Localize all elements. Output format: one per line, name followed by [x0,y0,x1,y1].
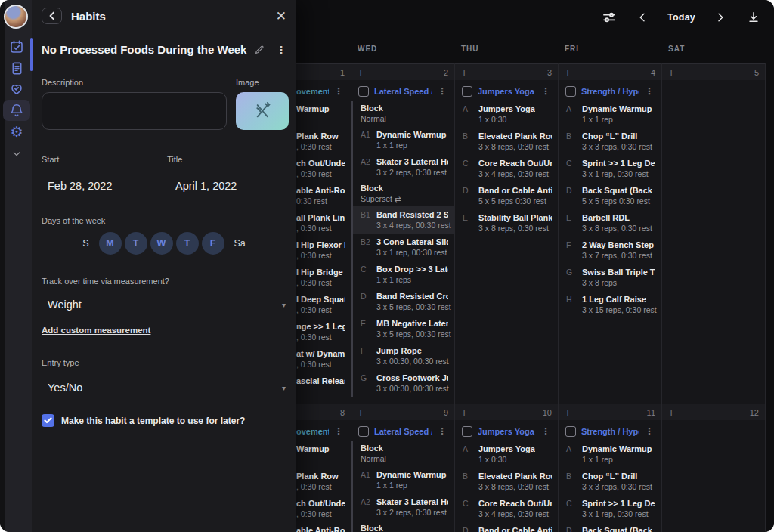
scrollbar-thumb[interactable] [30,38,33,71]
workout-checkbox[interactable] [462,86,472,97]
add-entry-button[interactable]: + [358,407,364,418]
exercise-row[interactable]: AJumpers Yoga1 x 0:30 [455,101,558,128]
workout-checkbox[interactable] [565,86,576,97]
exercise-list: AJumpers Yoga1 x 0:30BElevated Plank Row… [455,101,558,237]
workout-menu-icon[interactable]: ⋮ [645,427,654,436]
measurement-select-value: Weight [48,298,82,311]
day-chip-W[interactable]: W [150,232,173,255]
exercise-row[interactable]: CBox Drop >> 3 Lateral H...1 x 1 reps [353,261,454,288]
exercise-row[interactable]: GSwiss Ball Triple Threat3 x 8 reps [559,264,661,291]
workout-title[interactable]: ovement Q... [296,427,329,436]
exercise-row[interactable]: CCore Reach Out/Under3 x 4 reps, 0:30 re… [455,155,558,182]
filter-sliders-icon[interactable] [601,9,618,26]
day-chip-T[interactable]: T [176,232,199,255]
close-icon[interactable]: ✕ [276,10,286,23]
exercise-row[interactable]: BChop “L” Drill3 x 3 reps, 0:30 rest [559,468,661,495]
add-entry-button[interactable]: + [358,67,364,78]
workout-title[interactable]: Strength / Hypertro... [581,427,639,436]
entry-type-select[interactable]: Yes/No ▾ [48,382,286,394]
add-entry-button[interactable]: + [461,407,467,418]
exercise-row[interactable]: CSprint >> 1 Leg Declarations3 x 1 rep, … [559,495,661,522]
workout-checkbox[interactable] [358,86,369,97]
exercise-row[interactable]: CSprint >> 1 Leg Declarations3 x 1 rep, … [559,155,661,182]
day-chip-F[interactable]: F [202,232,224,255]
exercise-row[interactable]: A2Skater 3 Lateral Hops >> ...3 x 2 reps… [353,493,454,521]
sidebar-item-health[interactable] [3,79,30,100]
sidebar-item-notes[interactable] [3,57,30,79]
add-entry-button[interactable]: + [565,67,571,78]
workout-menu-icon[interactable]: ⋮ [334,427,343,436]
exercise-row[interactable]: B23 Cone Lateral Slide3 x 1 rep, 00:30 r… [353,234,454,261]
workout-menu-icon[interactable]: ⋮ [541,427,550,436]
start-date-value[interactable]: Feb 28, 2022 [48,180,112,192]
exercise-row[interactable]: GCross Footwork Jump Rope3 x 00:30, 00:3… [353,370,454,397]
workout-menu-icon[interactable]: ⋮ [541,87,550,96]
exercise-row[interactable]: BChop “L” Drill3 x 3 reps, 0:30 rest [559,128,661,155]
exercise-row[interactable]: A1Dynamic Warmup1 x 1 rep [353,466,454,493]
today-button[interactable]: Today [667,12,695,23]
exercise-row[interactable]: F2 Way Bench Step Up3 x 7 reps, 0:30 res… [559,237,661,264]
exercise-row[interactable]: A1Dynamic Warmup1 x 1 rep [353,126,454,153]
template-checkbox[interactable] [42,414,54,427]
end-date-value[interactable]: April 1, 2022 [175,180,237,192]
workout-title[interactable]: ovement Q... [296,87,329,96]
workout-checkbox[interactable] [462,426,472,437]
exercise-row[interactable]: BElevated Plank Row3 x 8 reps, 0:30 rest [455,128,558,155]
day-chip-S[interactable]: S [82,238,88,249]
exercise-detail: 3 x 5 reps, 00:30 rest [376,329,448,340]
exercise-row[interactable]: DBand or Cable Anti Rotati...5 x 5 reps … [455,522,558,532]
description-input[interactable] [42,92,227,130]
exercise-main: ch Out/Under, 0:30 rest [296,158,345,180]
day-chip-T[interactable]: T [125,232,147,255]
workout-menu-icon[interactable]: ⋮ [645,87,654,96]
workout-menu-icon[interactable]: ⋮ [334,87,343,96]
exercise-row[interactable]: EStability Ball Plank Linear ...3 x 8 re… [455,209,558,237]
exercise-row[interactable]: DBand Resisted Crossover...3 x 5 reps, 0… [353,288,454,315]
add-entry-button[interactable]: + [668,67,674,78]
exercise-row[interactable]: ADynamic Warmup1 x 1 rep [559,101,661,128]
exercise-row[interactable]: EBarbell RDL3 x 8 reps, 0:30 rest [559,209,661,237]
download-icon[interactable] [745,9,762,26]
exercise-row[interactable]: EMB Negative Lateral Hop...3 x 5 reps, 0… [353,315,454,342]
day-chip-M[interactable]: M [99,232,122,255]
workout-title[interactable]: Jumpers Yoga / Core [478,427,536,436]
sidebar-item-calendar[interactable] [3,36,30,57]
exercise-row[interactable]: B1Band Resisted 2 Step Late...3 x 4 reps… [353,206,454,234]
exercise-row[interactable]: DBack Squat (Back Off Set)5 x 5 reps 0:3… [559,182,661,209]
sidebar-item-settings[interactable]: ⚙ [3,121,30,142]
workout-title[interactable]: Lateral Speed / Plyo [374,87,432,96]
workout-title[interactable]: Strength / Hypertro... [581,87,639,96]
exercise-row[interactable]: H1 Leg Calf Raise3 x 15 reps, 0:30 rest [559,291,661,318]
prev-week-button[interactable] [634,9,651,26]
add-entry-button[interactable]: + [668,407,674,418]
edit-pencil-icon[interactable] [254,44,265,55]
workout-title[interactable]: Lateral Speed / Plyo [374,427,432,436]
avatar[interactable] [4,5,28,29]
habit-menu-icon[interactable]: ⋮ [276,44,286,56]
next-week-button[interactable] [712,9,729,26]
workout-checkbox[interactable] [358,426,369,437]
workout-checkbox[interactable] [565,426,576,437]
day-number: 1 [340,68,345,77]
workout-menu-icon[interactable]: ⋮ [438,87,447,96]
add-custom-measurement-link[interactable]: Add custom measurement [42,326,150,335]
workout-menu-icon[interactable]: ⋮ [438,427,447,436]
day-chip-Sa[interactable]: Sa [234,238,246,249]
exercise-row[interactable]: BElevated Plank Row3 x 8 reps, 0:30 rest [455,468,558,495]
sidebar-expand-button[interactable] [3,144,30,165]
exercise-row[interactable]: CCore Reach Out/Under3 x 4 reps, 0:30 re… [455,495,558,522]
exercise-row[interactable]: FJump Rope3 x 00:30, 00:30 rest [353,342,454,370]
exercise-label: A1 [361,129,376,151]
back-button[interactable] [42,8,62,24]
exercise-row[interactable]: DBand or Cable Anti Rotati...5 x 5 reps … [455,182,558,209]
add-entry-button[interactable]: + [565,407,571,418]
exercise-row[interactable]: ADynamic Warmup1 x 1 rep [559,441,661,468]
sidebar-item-notifications[interactable] [3,100,30,121]
habit-image-tile[interactable] [236,92,289,130]
exercise-row[interactable]: DBack Squat (Back Off Set)5 x 5 reps 0:3… [559,522,661,532]
workout-title[interactable]: Jumpers Yoga / Core [478,87,536,96]
measurement-select[interactable]: Weight ▾ [48,298,286,311]
add-entry-button[interactable]: + [461,67,467,78]
exercise-row[interactable]: AJumpers Yoga1 x 0:30 [455,441,558,468]
exercise-row[interactable]: A2Skater 3 Lateral Hops >> ...3 x 2 reps… [353,153,454,181]
